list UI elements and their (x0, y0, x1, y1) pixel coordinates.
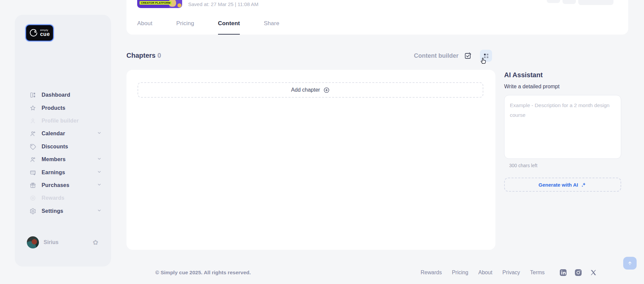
star-icon (30, 105, 36, 111)
chapters-card: Add chapter (126, 70, 495, 250)
chevron-down-icon (97, 156, 102, 162)
x-icon[interactable] (590, 269, 597, 276)
sidebar-item-earnings[interactable]: Earnings (15, 166, 111, 179)
user-settings-gear-icon[interactable]: ✿ (93, 238, 98, 246)
user-icon (30, 117, 36, 124)
product-tabs: About Pricing Content Share (137, 20, 279, 35)
chars-left-counter: 300 chars left (509, 163, 621, 168)
sidebar-item-label: Earnings (42, 170, 65, 176)
sidebar-item-label: Products (42, 105, 65, 111)
sidebar-item-members[interactable]: Members (15, 153, 111, 166)
content-builder-label: Content builder (414, 52, 459, 59)
tab-content[interactable]: Content (218, 20, 240, 35)
chevron-down-icon (97, 208, 102, 214)
brand-logo[interactable]: simply cue (25, 25, 54, 41)
product-header-card: CREATOR PLATFORM Saved at: 27 Mar 25 | 1… (126, 0, 628, 35)
sidebar-item-profile-builder[interactable]: Profile builder (15, 114, 111, 127)
ai-assistant-panel: AI Assistant Write a detailed prompt 300… (504, 71, 621, 192)
gift-icon (30, 182, 36, 189)
sidebar-item-label: Calendar (42, 131, 65, 137)
footer-link-about[interactable]: About (478, 270, 492, 276)
grid-dots-icon (483, 53, 489, 59)
footer-link-label: About (478, 270, 492, 275)
tab-about[interactable]: About (137, 20, 152, 35)
sidebar-item-label: Rewards (42, 195, 64, 201)
footer-link-label: Privacy (502, 270, 520, 275)
footer-links: Rewards Pricing About Privacy Terms (421, 270, 545, 276)
app-root: simply cue Dashboard Products (0, 0, 644, 284)
footer-link-label: Pricing (452, 270, 468, 275)
scroll-to-top-button[interactable] (623, 257, 637, 270)
chapters-title: Chapters 0 (126, 52, 161, 59)
footer-link-pricing[interactable]: Pricing (452, 270, 468, 276)
social-icons (559, 269, 597, 276)
chapters-header: Chapters 0 Content builder (126, 50, 495, 62)
user-row: Sirius ✿ (15, 236, 111, 250)
ai-prompt-input[interactable] (504, 95, 621, 159)
sidebar-item-label: Settings (42, 208, 63, 214)
plus-circle-icon (323, 87, 330, 93)
sidebar-item-discounts[interactable]: Discounts (15, 140, 111, 153)
user-plus-icon (30, 156, 36, 163)
sidebar-item-purchases[interactable]: Purchases (15, 179, 111, 192)
thumbnail-badge: CREATOR PLATFORM (140, 1, 172, 5)
sparkles-icon (581, 182, 587, 188)
footer-link-privacy[interactable]: Privacy (502, 270, 520, 276)
sidebar-item-label: Profile builder (42, 118, 79, 124)
sidebar-item-settings[interactable]: Settings (15, 205, 111, 218)
sidebar-item-dashboard[interactable]: Dashboard (15, 89, 111, 101)
add-chapter-button[interactable]: Add chapter (138, 82, 483, 98)
linkedin-icon[interactable] (559, 269, 567, 276)
product-thumbnail[interactable]: CREATOR PLATFORM (137, 0, 182, 8)
sidebar-item-label: Dashboard (42, 92, 70, 98)
chapters-count: 0 (157, 52, 161, 59)
generate-with-ai-button[interactable]: Generate with AI (504, 178, 621, 192)
tab-pricing[interactable]: Pricing (176, 20, 194, 35)
card-plus-icon (30, 169, 36, 176)
tab-label: Pricing (176, 20, 194, 27)
tab-label: Content (218, 20, 240, 27)
footer-link-terms[interactable]: Terms (530, 270, 545, 276)
sidebar-item-products[interactable]: Products (15, 101, 111, 114)
footer-link-label: Rewards (421, 270, 442, 275)
tab-label: Share (264, 20, 279, 27)
sidebar-item-label: Purchases (42, 182, 69, 188)
ai-assistant-title: AI Assistant (504, 71, 621, 79)
sidebar: simply cue Dashboard Products (15, 15, 111, 267)
sidebar-item-calendar[interactable]: Calendar (15, 127, 111, 140)
saved-at-status: Saved at: 27 Mar 25 | 11:08 AM (188, 0, 259, 8)
chevron-down-icon (97, 170, 102, 176)
tab-share[interactable]: Share (264, 20, 279, 35)
target-icon (30, 195, 36, 201)
logo-crescent-icon (29, 29, 38, 37)
generate-label: Generate with AI (539, 182, 578, 188)
tab-label: About (137, 20, 152, 27)
header-action-button-3[interactable] (578, 0, 613, 5)
footer-link-rewards[interactable]: Rewards (421, 270, 442, 276)
sidebar-nav: Dashboard Products Profile builder (15, 89, 111, 218)
logo-wordmark: simply cue (40, 29, 50, 37)
arrow-up-icon (627, 261, 633, 266)
chevron-down-icon (97, 182, 102, 188)
sidebar-item-label: Members (42, 156, 66, 162)
header-action-button-1[interactable] (547, 0, 560, 3)
ai-assistant-subtitle: Write a detailed prompt (504, 84, 621, 90)
instagram-icon[interactable] (575, 269, 582, 276)
logo-text-big: cue (40, 32, 50, 37)
header-action-button-2[interactable] (562, 0, 576, 4)
chevron-down-icon (97, 131, 102, 137)
avatar[interactable] (27, 236, 39, 248)
dashboard-icon (30, 92, 36, 98)
copyright-text: © Simply cue 2025. All rights reserved. (155, 270, 251, 276)
add-chapter-label: Add chapter (291, 87, 320, 93)
sidebar-item-label: Discounts (42, 144, 68, 150)
footer-link-label: Terms (530, 270, 545, 275)
user-name: Sirius (44, 239, 58, 245)
gear-icon (30, 208, 36, 215)
sidebar-item-rewards[interactable]: Rewards (15, 192, 111, 204)
edit-check-square-icon[interactable] (464, 52, 473, 60)
tag-icon (30, 143, 36, 150)
user-plus-icon (30, 130, 36, 137)
builder-grid-toggle[interactable] (480, 50, 492, 62)
